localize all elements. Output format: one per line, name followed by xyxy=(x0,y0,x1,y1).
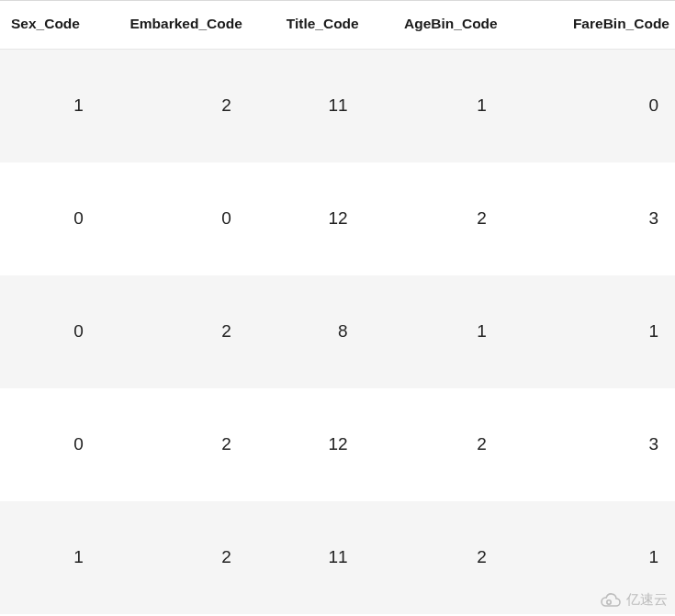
cell: 0 xyxy=(0,162,100,275)
cell: 2 xyxy=(100,501,248,614)
cell: 1 xyxy=(365,50,503,162)
cell: 8 xyxy=(248,275,365,388)
cell: 11 xyxy=(248,501,365,614)
cell: 0 xyxy=(503,50,675,162)
cell: 12 xyxy=(248,388,365,501)
cell: 1 xyxy=(503,275,675,388)
col-header-title: Title_Code xyxy=(248,1,365,50)
cell: 3 xyxy=(503,162,675,275)
cell: 1 xyxy=(0,501,100,614)
cell: 1 xyxy=(503,501,675,614)
col-header-farebin: FareBin_Code xyxy=(503,1,675,50)
header-row: Sex_Code Embarked_Code Title_Code AgeBin… xyxy=(0,1,675,50)
table-row: 0 2 8 1 1 xyxy=(0,275,675,388)
cell: 2 xyxy=(365,388,503,501)
cell: 2 xyxy=(365,501,503,614)
cell: 2 xyxy=(100,275,248,388)
cell: 3 xyxy=(503,388,675,501)
table-row: 0 2 12 2 3 xyxy=(0,388,675,501)
cell: 0 xyxy=(0,275,100,388)
table-row: 1 2 11 2 1 xyxy=(0,501,675,614)
col-header-agebin: AgeBin_Code xyxy=(365,1,503,50)
data-table: Sex_Code Embarked_Code Title_Code AgeBin… xyxy=(0,0,675,614)
code-table: Sex_Code Embarked_Code Title_Code AgeBin… xyxy=(0,1,675,614)
col-header-sex: Sex_Code xyxy=(0,1,100,50)
cell: 2 xyxy=(365,162,503,275)
cell: 2 xyxy=(100,50,248,162)
cell: 12 xyxy=(248,162,365,275)
table-row: 1 2 11 1 0 xyxy=(0,50,675,162)
cell: 0 xyxy=(0,388,100,501)
cell: 2 xyxy=(100,388,248,501)
cell: 0 xyxy=(100,162,248,275)
cell: 1 xyxy=(365,275,503,388)
cell: 1 xyxy=(0,50,100,162)
col-header-embarked: Embarked_Code xyxy=(100,1,248,50)
cell: 11 xyxy=(248,50,365,162)
table-row: 0 0 12 2 3 xyxy=(0,162,675,275)
